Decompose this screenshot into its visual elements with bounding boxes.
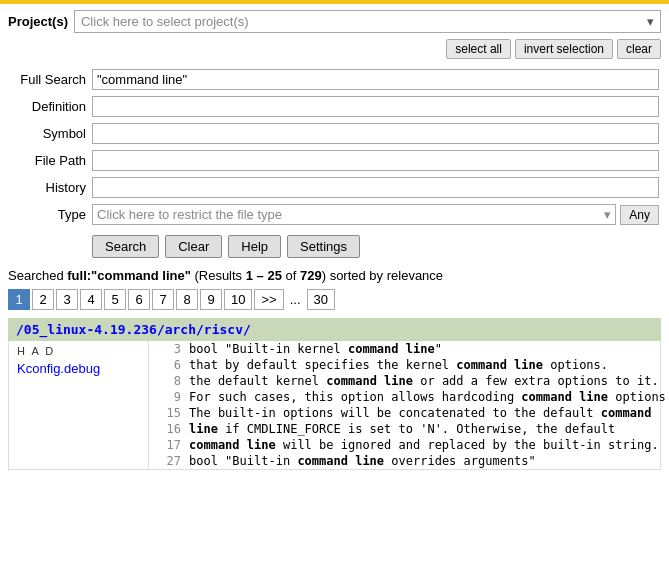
filename-link[interactable]: Kconfig.debug [17,361,100,376]
page-9-button[interactable]: 9 [200,289,222,310]
line-number: 16 [153,422,181,436]
definition-label: Definition [10,94,90,119]
line-content: For such cases, this option allows hardc… [189,390,666,404]
code-line: 8the default kernel command line or add … [149,373,669,389]
results-total: 729 [300,268,322,283]
file-path-label: File Path [10,148,90,173]
help-button[interactable]: Help [228,235,281,258]
line-number: 27 [153,454,181,468]
line-content: that by default specifies the kernel com… [189,358,608,372]
results-area: H A D Kconfig.debug 3bool "Built-in kern… [8,341,661,470]
select-all-button[interactable]: select all [446,39,511,59]
type-placeholder: Click here to restrict the file type [97,207,282,222]
search-form: Full Search Definition Symbol File Path … [8,65,661,229]
clear-button[interactable]: Clear [165,235,222,258]
page-6-button[interactable]: 6 [128,289,150,310]
type-select[interactable]: Click here to restrict the file type ▾ [92,204,616,225]
line-number: 3 [153,342,181,356]
page-next-button[interactable]: >> [254,289,283,310]
line-content: The built-in options will be concatenate… [189,406,651,420]
page-4-button[interactable]: 4 [80,289,102,310]
line-number: 17 [153,438,181,452]
project-label: Project(s) [8,14,68,29]
had-label: H A D [17,345,55,357]
page-ellipsis: ... [286,290,305,309]
code-line: 6that by default specifies the kernel co… [149,357,669,373]
line-number: 6 [153,358,181,372]
page-5-button[interactable]: 5 [104,289,126,310]
type-row: Click here to restrict the file type ▾ A… [92,204,659,225]
file-path-input[interactable] [92,150,659,171]
settings-button[interactable]: Settings [287,235,360,258]
code-line: 3bool "Built-in kernel command line" [149,341,669,357]
line-content: bool "Built-in kernel command line" [189,342,442,356]
results-middle: (Results [191,268,246,283]
clear-selection-button[interactable]: clear [617,39,661,59]
line-content: bool "Built-in command line overrides ar… [189,454,536,468]
line-number: 15 [153,406,181,420]
page-1-button[interactable]: 1 [8,289,30,310]
symbol-input[interactable] [92,123,659,144]
line-content: line if CMDLINE_FORCE is set to 'N'. Oth… [189,422,615,436]
code-line: 16line if CMDLINE_FORCE is set to 'N'. O… [149,421,669,437]
results-of: of [282,268,300,283]
project-placeholder: Click here to select project(s) [81,14,249,29]
path-header[interactable]: /05_linux-4.19.236/arch/riscv/ [8,318,661,341]
search-button[interactable]: Search [92,235,159,258]
code-line: 15The built-in options will be concatena… [149,405,669,421]
history-label: History [10,175,90,200]
file-info: H A D Kconfig.debug [9,341,149,469]
results-summary: Searched full:"command line" (Results 1 … [8,268,661,283]
selection-buttons: select all invert selection clear [8,39,661,59]
main-content: Project(s) Click here to select project(… [0,4,669,476]
full-search-label: Full Search [10,67,90,92]
page-3-button[interactable]: 3 [56,289,78,310]
results-query: full:"command line" [67,268,191,283]
code-line: 9For such cases, this option allows hard… [149,389,669,405]
full-search-input[interactable] [92,69,659,90]
type-label: Type [10,202,90,227]
line-number: 9 [153,390,181,404]
definition-input[interactable] [92,96,659,117]
code-line: 17command line will be ignored and repla… [149,437,669,453]
code-line: 27bool "Built-in command line overrides … [149,453,669,469]
line-number: 8 [153,374,181,388]
results-suffix: ) sorted by relevance [322,268,443,283]
type-dropdown-arrow: ▾ [604,207,611,222]
project-row: Project(s) Click here to select project(… [8,10,661,33]
line-content: command line will be ignored and replace… [189,438,659,452]
page-7-button[interactable]: 7 [152,289,174,310]
project-dropdown-arrow: ▾ [647,14,654,29]
history-input[interactable] [92,177,659,198]
any-button[interactable]: Any [620,205,659,225]
page-8-button[interactable]: 8 [176,289,198,310]
symbol-label: Symbol [10,121,90,146]
results-prefix: Searched [8,268,67,283]
path-header-text: /05_linux-4.19.236/arch/riscv/ [16,322,251,337]
page-10-button[interactable]: 10 [224,289,252,310]
results-range: 1 – 25 [246,268,282,283]
action-buttons: Search Clear Help Settings [8,235,661,258]
line-content: the default kernel command line or add a… [189,374,659,388]
code-lines: 3bool "Built-in kernel command line"6tha… [149,341,669,469]
project-select[interactable]: Click here to select project(s) ▾ [74,10,661,33]
page-2-button[interactable]: 2 [32,289,54,310]
pagination: 1 2 3 4 5 6 7 8 9 10 >> ... 30 [8,289,661,310]
page-last-button[interactable]: 30 [307,289,335,310]
invert-selection-button[interactable]: invert selection [515,39,613,59]
